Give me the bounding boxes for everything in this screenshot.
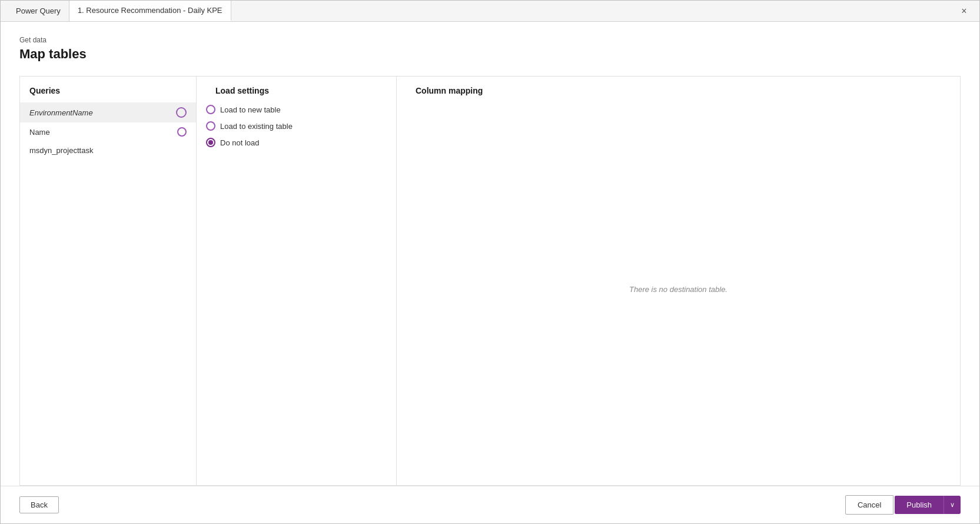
query-status-icon-name [177, 127, 187, 137]
footer-right: Cancel Publish ∨ [845, 495, 961, 515]
radio-input-load-new [206, 105, 215, 114]
radio-input-load-existing [206, 121, 215, 131]
column-mapping-header: Column mapping [406, 86, 951, 102]
page-title: Map tables [19, 47, 961, 62]
query-status-icon-environment [176, 107, 187, 118]
query-item-name[interactable]: Name [20, 122, 196, 141]
title-bar: Power Query 1. Resource Recommendation -… [1, 1, 979, 22]
radio-input-do-not-load [206, 138, 215, 147]
radio-load-new-table[interactable]: Load to new table [206, 105, 387, 114]
columns-container: Queries EnvironmentName Name msdyn_proje… [19, 76, 961, 486]
tab-power-query[interactable]: Power Query [8, 1, 69, 21]
load-settings-header: Load settings [206, 86, 387, 102]
publish-dropdown-button[interactable]: ∨ [944, 496, 961, 514]
query-item-label: Name [29, 128, 172, 137]
publish-button[interactable]: Publish [895, 496, 944, 514]
queries-header: Queries [20, 86, 196, 102]
cancel-button[interactable]: Cancel [845, 495, 893, 515]
query-item-msdyn[interactable]: msdyn_projecttask [20, 141, 196, 160]
load-settings-column: Load settings Load to new table Load to … [197, 77, 397, 485]
query-item-label: msdyn_projecttask [29, 146, 187, 155]
radio-do-not-load[interactable]: Do not load [206, 138, 387, 147]
query-item-label: EnvironmentName [29, 108, 171, 117]
radio-label-load-new: Load to new table [220, 105, 281, 114]
queries-column: Queries EnvironmentName Name msdyn_proje… [20, 77, 197, 485]
load-settings-radio-group: Load to new table Load to existing table… [206, 105, 387, 147]
back-button[interactable]: Back [19, 496, 59, 513]
tab-resource-recommendation[interactable]: 1. Resource Recommendation - Daily KPE [69, 1, 231, 21]
main-content: Get data Map tables Queries EnvironmentN… [1, 22, 979, 486]
radio-label-load-existing: Load to existing table [220, 122, 293, 131]
publish-group: Publish ∨ [895, 496, 961, 514]
footer: Back Cancel Publish ∨ [1, 486, 979, 523]
radio-load-existing-table[interactable]: Load to existing table [206, 121, 387, 131]
main-window: Power Query 1. Resource Recommendation -… [0, 0, 980, 524]
close-button[interactable]: × [956, 3, 972, 19]
get-data-label: Get data [19, 36, 961, 44]
radio-label-do-not-load: Do not load [220, 138, 260, 147]
column-mapping-column: Column mapping There is no destination t… [397, 77, 960, 485]
query-item-environment[interactable]: EnvironmentName [20, 102, 196, 122]
title-tabs: Power Query 1. Resource Recommendation -… [8, 1, 231, 21]
no-destination-message: There is no destination table. [406, 102, 951, 476]
